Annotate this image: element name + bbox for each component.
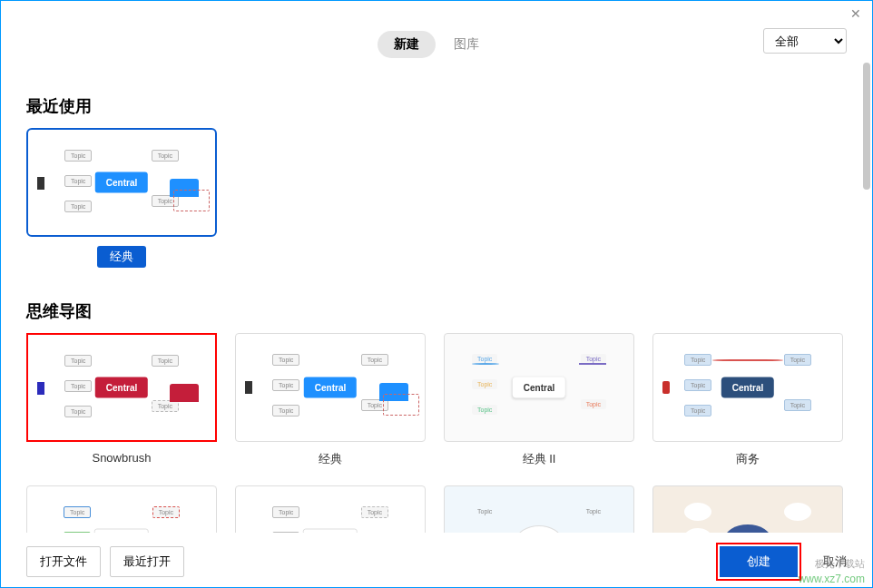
topic-node: Topic bbox=[64, 506, 91, 518]
topic-node: Topic bbox=[472, 506, 497, 516]
topic-node: Topic bbox=[152, 150, 179, 162]
connector-box bbox=[37, 177, 44, 190]
create-button-highlight: 创建 bbox=[716, 543, 801, 581]
topic-node: Topic bbox=[272, 379, 299, 391]
topic-node: Topic bbox=[64, 355, 92, 367]
section-title-recent: 最近使用 bbox=[26, 95, 847, 117]
section-title-mindmap: 思维导图 bbox=[26, 300, 847, 322]
template-card-row2-3[interactable]: Central Topic Topic Topic Topic bbox=[444, 485, 634, 533]
tab-gallery[interactable]: 图库 bbox=[437, 31, 495, 58]
central-node: Central bbox=[95, 172, 148, 193]
content-area: 最近使用 Central Topic Topic Topic Topic Top… bbox=[1, 63, 872, 533]
topic-node: Topic bbox=[272, 405, 299, 416]
mindmap-templates-grid: Central Topic Topic Topic Topic Topic Sn… bbox=[26, 333, 847, 533]
topic-node: Topic bbox=[272, 506, 299, 518]
curve-line bbox=[712, 359, 783, 361]
template-thumb: Central bbox=[652, 485, 843, 533]
dashed-box bbox=[383, 394, 419, 416]
central-node: Central bbox=[304, 377, 357, 398]
central-node: Central bbox=[724, 524, 771, 533]
template-thumb: Central Topic Topic Topic Topic Topic bbox=[26, 128, 217, 237]
topic-node: Topic bbox=[472, 379, 497, 389]
central-node: Central bbox=[721, 377, 774, 398]
template-label: Snowbrush bbox=[92, 451, 151, 465]
accent-box bbox=[170, 384, 199, 402]
header: 新建 图库 全部 bbox=[1, 26, 872, 63]
topic-node: Topic bbox=[64, 175, 92, 187]
tabs: 新建 图库 bbox=[378, 31, 495, 58]
recent-templates-grid: Central Topic Topic Topic Topic Topic 经典 bbox=[26, 128, 847, 268]
topic-ellipse bbox=[684, 528, 711, 533]
dashed-box bbox=[173, 190, 210, 211]
template-thumb: Central Topic Topic Topic Topic Topic bbox=[652, 333, 843, 442]
template-card-classic[interactable]: Central Topic Topic Topic Topic Topic 经典 bbox=[235, 333, 426, 467]
topic-node: Topic bbox=[64, 406, 92, 417]
template-card-classic2[interactable]: Central Topic Topic Topic Topic Topic 经典… bbox=[444, 333, 634, 467]
central-node: Central bbox=[513, 377, 565, 398]
open-file-button[interactable]: 打开文件 bbox=[26, 546, 101, 577]
topic-node: Topic bbox=[64, 201, 92, 212]
topic-node: Topic bbox=[581, 506, 606, 516]
template-label: 经典 II bbox=[523, 451, 556, 467]
central-node: Central bbox=[95, 377, 148, 398]
template-label: 经典 bbox=[97, 246, 146, 268]
central-node: Central bbox=[303, 529, 358, 534]
template-thumb: Central Topic Topic Topic Topic bbox=[235, 485, 426, 533]
template-label: 商务 bbox=[736, 451, 760, 467]
template-thumb: Central Topic Topic Topic Topic Topic bbox=[235, 333, 426, 442]
title-bar: ✕ bbox=[1, 1, 872, 26]
template-label: 经典 bbox=[319, 451, 342, 467]
topic-node: Topic bbox=[361, 354, 388, 366]
branch-line bbox=[472, 363, 499, 365]
topic-node: Topic bbox=[784, 354, 811, 366]
topic-node: Topic bbox=[684, 354, 711, 366]
topic-node: Topic bbox=[272, 532, 299, 533]
connector-box bbox=[245, 381, 252, 394]
topic-node: Topic bbox=[64, 532, 91, 533]
connector-box bbox=[662, 381, 670, 394]
cancel-button[interactable]: 取消 bbox=[823, 554, 847, 570]
template-thumb: Central Topic Topic Topic Topic bbox=[444, 485, 634, 533]
topic-node: Topic bbox=[152, 506, 180, 518]
template-card-row2-1[interactable]: Central Topic Topic Topic Topic bbox=[26, 485, 217, 533]
topic-node: Topic bbox=[581, 399, 606, 409]
central-node: Central bbox=[516, 525, 562, 533]
connector-box bbox=[37, 382, 44, 395]
template-card-row2-4[interactable]: Central bbox=[652, 485, 843, 533]
filter-select[interactable]: 全部 bbox=[763, 28, 847, 54]
recent-open-button[interactable]: 最近打开 bbox=[110, 546, 184, 577]
topic-node: Topic bbox=[784, 399, 811, 411]
topic-node: Topic bbox=[361, 506, 388, 518]
template-card-row2-2[interactable]: Central Topic Topic Topic Topic bbox=[235, 485, 426, 533]
template-thumb: Central Topic Topic Topic Topic Topic bbox=[444, 333, 634, 442]
template-card-snowbrush[interactable]: Central Topic Topic Topic Topic Topic Sn… bbox=[26, 333, 217, 467]
topic-node: Topic bbox=[64, 150, 92, 162]
template-card-recent-classic[interactable]: Central Topic Topic Topic Topic Topic 经典 bbox=[26, 128, 217, 268]
topic-node: Topic bbox=[64, 380, 92, 392]
tab-new[interactable]: 新建 bbox=[378, 31, 436, 58]
footer-left: 打开文件 最近打开 bbox=[26, 546, 184, 577]
topic-node: Topic bbox=[472, 532, 497, 533]
template-thumb: Central Topic Topic Topic Topic Topic bbox=[26, 333, 217, 442]
branch-line bbox=[579, 363, 606, 365]
topic-node: Topic bbox=[272, 354, 299, 366]
topic-node: Topic bbox=[684, 379, 711, 391]
central-node: Central bbox=[94, 529, 149, 534]
template-thumb: Central Topic Topic Topic Topic bbox=[26, 485, 217, 533]
topic-node: Topic bbox=[684, 405, 711, 416]
close-icon[interactable]: ✕ bbox=[847, 5, 865, 23]
topic-node: Topic bbox=[152, 355, 179, 367]
create-button[interactable]: 创建 bbox=[720, 546, 798, 577]
footer-right: 创建 取消 bbox=[716, 543, 847, 581]
topic-ellipse bbox=[784, 503, 811, 521]
topic-node: Topic bbox=[472, 405, 497, 415]
footer: 打开文件 最近打开 创建 取消 bbox=[1, 534, 872, 587]
template-card-business[interactable]: Central Topic Topic Topic Topic Topic 商务 bbox=[652, 333, 843, 467]
topic-ellipse bbox=[684, 503, 711, 521]
